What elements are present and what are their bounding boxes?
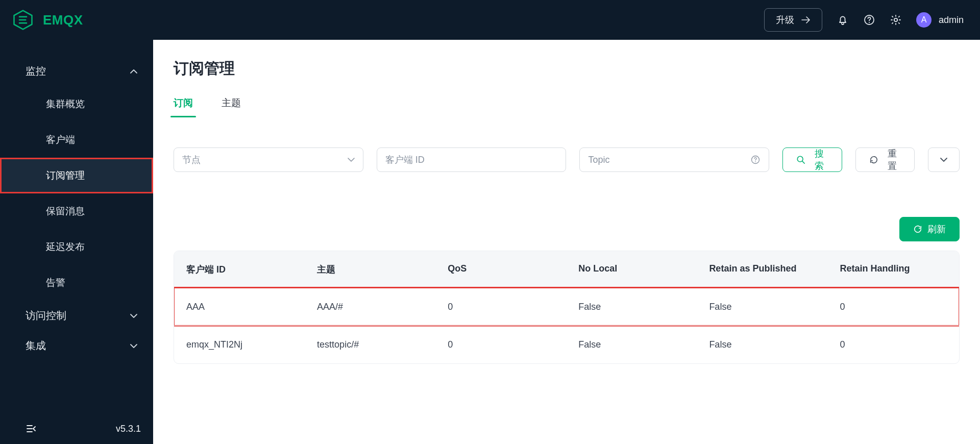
refresh-button[interactable]: 刷新 (899, 217, 960, 241)
tab-topics[interactable]: 主题 (222, 94, 241, 117)
col-nolocal: No Local (578, 263, 709, 276)
sidebar-item-label: 保留消息 (46, 206, 85, 216)
sidebar-item-label: 集群概览 (46, 98, 85, 109)
svg-point-5 (755, 161, 756, 162)
cell-topic: testtopic/# (317, 339, 448, 350)
col-qos: QoS (448, 263, 578, 276)
cell-clientid: AAA (186, 302, 317, 312)
topic-input-wrap (579, 147, 769, 172)
sidebar-item-label: 延迟发布 (46, 241, 85, 252)
app-header: EMQX 升级 A admin (0, 0, 980, 40)
button-label: 重置 (884, 147, 901, 172)
bell-icon[interactable] (837, 14, 849, 26)
tabs: 订阅 主题 (174, 94, 960, 117)
tab-subscriptions[interactable]: 订阅 (174, 94, 193, 117)
sidebar-item-label: 告警 (46, 277, 65, 288)
subscriptions-table: 客户端 ID 主题 QoS No Local Retain as Publish… (174, 251, 960, 364)
sidebar: 监控 集群概览 客户端 订阅管理 保留消息 延迟发布 告警 访问控制 (0, 40, 153, 444)
sidebar-item-subscriptions[interactable]: 订阅管理 (0, 158, 153, 193)
expand-filters-button[interactable] (928, 147, 960, 172)
cell-qos: 0 (448, 302, 578, 312)
table-header: 客户端 ID 主题 QoS No Local Retain as Publish… (174, 251, 959, 288)
tab-label: 订阅 (174, 97, 193, 108)
upgrade-button[interactable]: 升级 (764, 8, 822, 32)
svg-point-2 (869, 22, 870, 23)
gear-icon[interactable] (890, 14, 902, 26)
tab-label: 主题 (222, 97, 241, 108)
brand[interactable]: EMQX (12, 9, 83, 31)
cell-clientid: emqx_NTI2Nj (186, 339, 317, 350)
sidebar-item-delayed[interactable]: 延迟发布 (0, 229, 153, 265)
button-label: 搜索 (811, 147, 828, 172)
sidebar-item-label: 客户端 (46, 134, 75, 145)
chevron-down-icon (940, 157, 948, 162)
brand-name: EMQX (43, 12, 83, 28)
sidebar-item-clients[interactable]: 客户端 (0, 122, 153, 158)
sidebar-item-alarms[interactable]: 告警 (0, 265, 153, 301)
version-label: v5.3.1 (116, 424, 141, 434)
search-button[interactable]: 搜索 (782, 147, 842, 172)
filters-row: 节点 搜索 (174, 147, 960, 172)
cell-retain-handling: 0 (840, 339, 947, 350)
table-row[interactable]: AAA AAA/# 0 False False 0 (174, 288, 959, 326)
reset-button[interactable]: 重置 (855, 147, 915, 172)
cell-topic: AAA/# (317, 302, 448, 312)
col-retain-handling: Retain Handling (840, 263, 947, 276)
collapse-sidebar-icon[interactable] (26, 423, 37, 434)
cell-retain-handling: 0 (840, 302, 947, 312)
chevron-up-icon (130, 69, 138, 74)
chevron-down-icon (130, 343, 138, 349)
cell-retain-as-published: False (709, 302, 840, 312)
cell-nolocal: False (578, 302, 709, 312)
reset-icon (869, 155, 878, 164)
refresh-icon (913, 225, 922, 234)
sidebar-section-label: 访问控制 (26, 309, 66, 323)
sidebar-item-label: 订阅管理 (46, 170, 85, 181)
search-icon (796, 155, 805, 164)
sidebar-section-integration[interactable]: 集成 (0, 331, 153, 361)
svg-point-6 (797, 156, 803, 162)
node-select[interactable]: 节点 (174, 147, 363, 172)
sidebar-section-access-control[interactable]: 访问控制 (0, 301, 153, 331)
col-clientid: 客户端 ID (186, 263, 317, 276)
user-menu[interactable]: A admin (916, 12, 964, 28)
sidebar-section-label: 集成 (26, 339, 46, 353)
sidebar-item-cluster-overview[interactable]: 集群概览 (0, 86, 153, 122)
help-icon[interactable] (750, 155, 761, 165)
help-icon[interactable] (863, 14, 875, 26)
sidebar-footer: v5.3.1 (0, 413, 153, 444)
user-name: admin (939, 15, 964, 26)
arrow-right-icon (801, 16, 811, 23)
emqx-logo-icon (12, 9, 34, 31)
svg-point-3 (894, 18, 897, 21)
table-row[interactable]: emqx_NTI2Nj testtopic/# 0 False False 0 (174, 326, 959, 363)
col-retain-as-published: Retain as Published (709, 263, 840, 276)
cell-retain-as-published: False (709, 339, 840, 350)
select-placeholder: 节点 (182, 154, 201, 166)
sidebar-section-monitor[interactable]: 监控 (0, 56, 153, 86)
sidebar-section-label: 监控 (26, 64, 46, 78)
sidebar-item-retained[interactable]: 保留消息 (0, 193, 153, 229)
chevron-down-icon (130, 313, 138, 318)
page-title: 订阅管理 (174, 58, 960, 79)
topic-input[interactable] (588, 155, 750, 165)
col-topic: 主题 (317, 263, 448, 276)
clientid-input-wrap (377, 147, 567, 172)
main-content: 订阅管理 订阅 主题 节点 (153, 40, 980, 444)
clientid-input[interactable] (385, 155, 558, 165)
cell-qos: 0 (448, 339, 578, 350)
upgrade-label: 升级 (776, 14, 794, 26)
avatar: A (916, 12, 932, 28)
button-label: 刷新 (927, 223, 946, 235)
cell-nolocal: False (578, 339, 709, 350)
chevron-down-icon (348, 158, 355, 162)
